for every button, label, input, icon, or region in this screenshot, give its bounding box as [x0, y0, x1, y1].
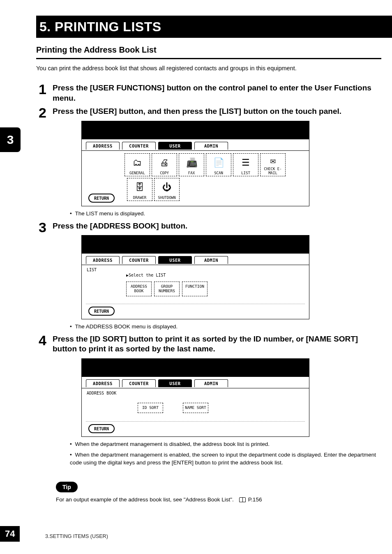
- fax-button[interactable]: 📠 FAX: [179, 153, 204, 176]
- step-note: The ADDRESS BOOK menu is displayed.: [70, 323, 381, 331]
- step-instruction: Press the [USER] button, and then press …: [53, 106, 381, 117]
- icon-label: SCAN: [214, 171, 223, 175]
- tab-counter[interactable]: COUNTER: [122, 142, 156, 150]
- email-icon: ✉: [270, 154, 275, 167]
- sidebar-chapter-tab: 3: [0, 127, 21, 152]
- scan-icon: 📄: [213, 154, 224, 171]
- chapter-title: 5. PRINTING LISTS: [39, 19, 161, 35]
- panel-titlebar: [82, 235, 309, 254]
- tip-text: For an output example of the address boo…: [56, 496, 392, 503]
- copy-button[interactable]: 🖨 COPY: [152, 153, 177, 176]
- icon-label: SHUTDOWN: [158, 196, 175, 200]
- copy-icon: 🖨: [160, 154, 169, 171]
- tab-admin[interactable]: ADMIN: [194, 379, 228, 387]
- shutdown-icon: ⏻: [162, 178, 171, 196]
- tab-counter[interactable]: COUNTER: [122, 379, 156, 387]
- function-button[interactable]: FUNCTION: [182, 282, 208, 296]
- step-note: When the department management is enable…: [70, 451, 381, 467]
- tab-counter[interactable]: COUNTER: [122, 256, 156, 264]
- steps-container: 1 Press the [USER FUNCTIONS] button on t…: [39, 83, 381, 467]
- touchpanel-address-book-sort: ADDRESS COUNTER USER ADMIN ADDRESS BOOK …: [81, 358, 309, 437]
- icon-label: LIST: [241, 171, 250, 175]
- book-icon: [239, 497, 246, 502]
- step-1: 1 Press the [USER FUNCTIONS] button on t…: [39, 83, 381, 103]
- icon-label: CHECK E-MAIL: [261, 167, 285, 175]
- return-button[interactable]: RETURN: [88, 424, 115, 433]
- tab-address[interactable]: ADDRESS: [86, 142, 120, 150]
- panel-tabs: ADDRESS COUNTER USER ADMIN: [82, 254, 309, 265]
- step-4: 4 Press the [ID SORT] button to print it…: [39, 334, 381, 467]
- section-title: Printing the Address Book List: [36, 45, 381, 59]
- icon-label: DRAWER: [133, 196, 147, 200]
- tab-admin[interactable]: ADMIN: [194, 256, 228, 264]
- page-number: 74: [0, 526, 20, 542]
- step-instruction: Press the [ID SORT] button to print it a…: [53, 334, 381, 354]
- check-email-button[interactable]: ✉ CHECK E-MAIL: [260, 153, 286, 176]
- step-number: 2: [39, 106, 53, 120]
- tab-admin[interactable]: ADMIN: [194, 142, 228, 150]
- panel-breadcrumb: LIST: [87, 268, 305, 272]
- panel-prompt: ▶Select the LIST: [126, 273, 305, 277]
- tab-user[interactable]: USER: [158, 256, 192, 264]
- touchpanel-list-menu: ADDRESS COUNTER USER ADMIN LIST ▶Select …: [81, 235, 309, 319]
- panel-tabs: ADDRESS COUNTER USER ADMIN: [82, 139, 309, 150]
- list-icon: ☰: [242, 154, 250, 171]
- list-button[interactable]: ☰ LIST: [233, 153, 258, 176]
- shutdown-button[interactable]: ⏻ SHUTDOWN: [154, 178, 180, 201]
- drawer-button[interactable]: 🗄 DRAWER: [127, 178, 152, 201]
- step-3: 3 Press the [ADDRESS BOOK] button. ADDRE…: [39, 221, 381, 331]
- step-number: 4: [39, 333, 53, 347]
- sidebar-chapter-number: 3: [7, 133, 14, 147]
- step-number: 1: [39, 82, 53, 96]
- panel-breadcrumb: ADDRESS BOOK: [87, 391, 305, 395]
- footer-section-label: 3.SETTING ITEMS (USER): [45, 533, 392, 539]
- icon-label: COPY: [160, 171, 169, 175]
- icon-label: FAX: [188, 171, 195, 175]
- step-2: 2 Press the [USER] button, and then pres…: [39, 106, 381, 217]
- name-sort-button[interactable]: NAME SORT: [183, 403, 208, 413]
- tab-address[interactable]: ADDRESS: [86, 379, 120, 387]
- step-instruction: Press the [USER FUNCTIONS] button on the…: [53, 83, 381, 103]
- icon-label: GENERAL: [129, 171, 145, 175]
- chapter-heading-bar: 5. PRINTING LISTS: [36, 16, 392, 38]
- touchpanel-user-list: ADDRESS COUNTER USER ADMIN 🗂 GENERAL 🖨 C…: [81, 121, 309, 206]
- general-button[interactable]: 🗂 GENERAL: [125, 153, 150, 176]
- group-numbers-button[interactable]: GROUP NUMBERS: [154, 282, 180, 296]
- tab-user[interactable]: USER: [158, 379, 192, 387]
- divider: [86, 304, 305, 304]
- step-number: 3: [39, 220, 53, 234]
- tip-badge: Tip: [56, 482, 78, 492]
- panel-titlebar: [82, 359, 309, 377]
- tab-user[interactable]: USER: [158, 142, 192, 150]
- divider: [86, 421, 305, 422]
- tip-text-content: For an output example of the address boo…: [56, 496, 234, 503]
- return-button[interactable]: RETURN: [88, 307, 115, 316]
- step-note: When the department management is disabl…: [70, 440, 381, 448]
- panel-tabs: ADDRESS COUNTER USER ADMIN: [82, 377, 309, 388]
- step-note: The LIST menu is displayed.: [70, 210, 381, 218]
- general-icon: 🗂: [133, 154, 142, 171]
- intro-paragraph: You can print the address book list that…: [36, 65, 381, 72]
- page-footer: 74 3.SETTING ITEMS (USER): [0, 533, 392, 539]
- drawer-icon: 🗄: [135, 178, 144, 196]
- id-sort-button[interactable]: ID SORT: [138, 403, 163, 413]
- scan-button[interactable]: 📄 SCAN: [206, 153, 231, 176]
- return-button[interactable]: RETURN: [88, 194, 115, 203]
- tab-address[interactable]: ADDRESS: [86, 256, 120, 264]
- address-book-button[interactable]: ADDRESS BOOK: [126, 282, 152, 296]
- panel-titlebar: [82, 121, 309, 139]
- fax-icon: 📠: [186, 154, 197, 171]
- step-instruction: Press the [ADDRESS BOOK] button.: [53, 221, 381, 231]
- tip-page-ref: P.156: [248, 496, 262, 503]
